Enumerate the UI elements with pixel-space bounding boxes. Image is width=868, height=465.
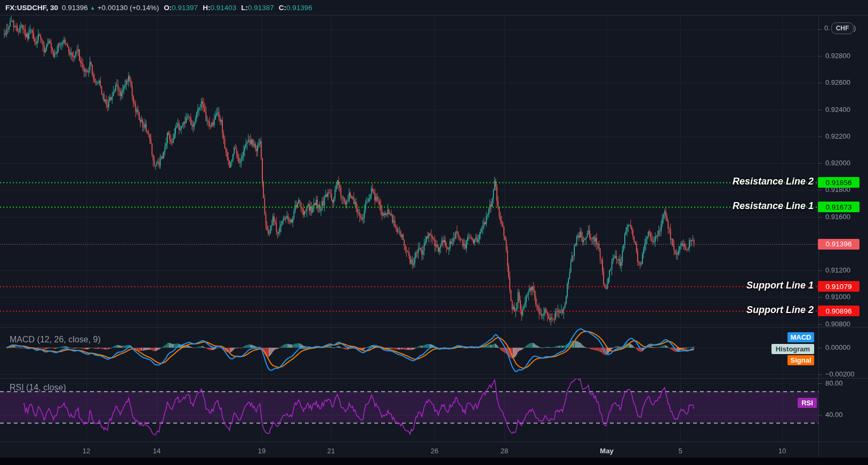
footer-bar xyxy=(0,458,868,465)
current-price-badge: 0.91396 xyxy=(818,239,859,250)
time-axis-label: 5 xyxy=(678,447,682,455)
close-label: C: xyxy=(279,4,286,12)
time-axis-label: 19 xyxy=(258,447,266,455)
price-axis-tick: 0.92600 xyxy=(825,78,865,86)
price-level-badge: 0.91673 xyxy=(818,202,859,212)
level-label: Support Line 2 xyxy=(590,304,814,316)
low-label: L: xyxy=(241,4,248,12)
price-axis-tick: 0.92000 xyxy=(825,159,865,167)
rsi-pane-title[interactable]: RSI (14, close) xyxy=(10,383,66,392)
time-axis-label: 14 xyxy=(153,447,160,455)
price-axis-tick: 0.92400 xyxy=(825,106,865,114)
chart-canvas[interactable] xyxy=(0,0,868,465)
arrow-up-icon: ▲ xyxy=(90,5,95,11)
time-axis-label: 12 xyxy=(83,447,90,455)
level-label: Resistance Line 2 xyxy=(590,176,814,187)
indicator-badge-macd: MACD xyxy=(787,332,814,342)
price-axis-tick: 0.92200 xyxy=(825,132,865,140)
last-price: 0.91396 xyxy=(62,4,88,12)
top-axis-tick-fragment-left: 0. xyxy=(824,24,830,32)
open-label: O: xyxy=(164,4,172,12)
price-axis-tick: 0.91200 xyxy=(825,266,865,274)
time-axis-label: 21 xyxy=(327,447,335,455)
time-axis-label: 10 xyxy=(778,447,786,455)
low-value: 0.91387 xyxy=(248,4,274,12)
high-value: 0.91403 xyxy=(210,4,236,12)
price-axis-tick: 0.91000 xyxy=(825,293,865,301)
symbol-info-bar: FX:USDCHF, 30 0.91396 ▲ +0.00130 (+0.14%… xyxy=(0,0,868,15)
price-change: +0.00130 (+0.14%) xyxy=(98,4,159,12)
top-axis-tick-fragment-right: ) xyxy=(854,24,856,32)
tradingview-chart-window: FX:USDCHF, 30 0.91396 ▲ +0.00130 (+0.14%… xyxy=(0,0,868,465)
indicator-badge-signal: Signal xyxy=(787,355,814,365)
currency-toggle-button[interactable]: CHF xyxy=(831,22,854,34)
price-axis-tick: 0.92800 xyxy=(825,52,865,60)
indicator-axis-tick: 0.00000 xyxy=(825,343,865,351)
level-label: Resistance Line 1 xyxy=(590,201,814,212)
indicator-badge-histogram: Histogram xyxy=(771,344,814,354)
indicator-axis-tick: 80.00 xyxy=(825,379,865,387)
indicator-axis-tick: 40.00 xyxy=(825,411,865,419)
time-axis-label: May xyxy=(600,447,613,455)
level-label: Support Line 1 xyxy=(590,280,814,291)
macd-pane-title[interactable]: MACD (12, 26, close, 9) xyxy=(10,335,101,344)
time-axis-label: 28 xyxy=(501,447,508,455)
time-axis-label: 26 xyxy=(431,447,438,455)
open-value: 0.91397 xyxy=(172,4,198,12)
price-axis-tick: 0.90800 xyxy=(825,320,865,328)
price-level-badge: 0.91079 xyxy=(818,281,859,292)
high-label: H: xyxy=(203,4,210,12)
price-level-badge: 0.91856 xyxy=(818,177,859,188)
close-value: 0.91396 xyxy=(286,4,312,12)
price-axis-tick: 0.91600 xyxy=(825,213,865,221)
indicator-axis-tick: −0.00200 xyxy=(825,370,865,378)
indicator-badge-rsi: RSI xyxy=(798,398,817,408)
price-level-badge: 0.90896 xyxy=(818,306,859,316)
symbol-title[interactable]: FX:USDCHF, 30 xyxy=(5,4,58,12)
